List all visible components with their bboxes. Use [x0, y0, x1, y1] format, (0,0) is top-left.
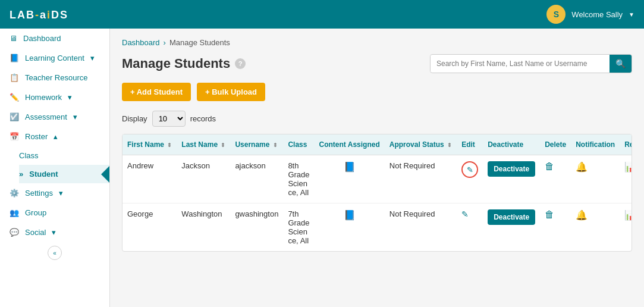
- cell-first-name: Andrew: [122, 155, 177, 203]
- col-class: Class: [283, 134, 314, 155]
- sidebar-item-roster[interactable]: 📅 Roster ▴: [0, 127, 109, 146]
- cell-first-name: George: [122, 203, 177, 252]
- chevron-up-icon-roster: ▴: [54, 132, 58, 141]
- cell-edit[interactable]: ✎: [457, 155, 483, 203]
- cell-delete[interactable]: 🗑: [540, 155, 571, 203]
- sidebar-item-student[interactable]: » Student: [19, 165, 109, 183]
- main-content: Dashboard › Manage Students Manage Stude…: [110, 29, 644, 307]
- bulk-upload-button[interactable]: + Bulk Upload: [197, 83, 265, 101]
- cell-notification[interactable]: 🔔: [571, 203, 620, 252]
- action-buttons: + Add Student + Bulk Upload: [122, 83, 632, 101]
- pencil-icon: ✏️: [10, 93, 19, 102]
- col-username: Username ⇕: [230, 134, 283, 155]
- sidebar-item-dashboard[interactable]: 🖥 Dashboard: [0, 29, 109, 48]
- sidebar-label-settings: Settings: [25, 189, 53, 198]
- page-title-row: Manage Students ? 🔍: [122, 54, 632, 73]
- cell-report[interactable]: 📊: [620, 155, 632, 203]
- cell-approval: Not Required: [385, 155, 457, 203]
- col-delete: Delete: [540, 134, 571, 155]
- page-title: Manage Students ?: [122, 56, 246, 71]
- gear-icon: ⚙️: [10, 189, 19, 198]
- avatar: S: [546, 5, 566, 24]
- cell-class: 7th Grade Scien ce, All: [283, 203, 314, 252]
- collapse-sidebar-button[interactable]: «: [48, 246, 62, 260]
- search-input[interactable]: [431, 55, 610, 72]
- chart-icon[interactable]: 📊: [624, 210, 632, 220]
- cell-report[interactable]: 📊: [620, 203, 632, 252]
- chart-icon[interactable]: 📊: [624, 162, 632, 172]
- col-approval-status: Approval Status ⇕: [385, 134, 457, 155]
- cell-deactivate[interactable]: Deactivate: [483, 155, 540, 203]
- edit-button[interactable]: ✎: [461, 209, 469, 219]
- chevron-down-icon: ▾: [90, 54, 95, 62]
- header-right: S Welcome Sally ▼: [546, 5, 634, 24]
- cell-deactivate[interactable]: Deactivate: [483, 203, 540, 252]
- add-student-button[interactable]: + Add Student: [122, 83, 191, 101]
- sidebar-label-homework: Homework: [25, 93, 62, 102]
- students-table-container: First Name ⇕ Last Name ⇕ Username ⇕ Clas…: [122, 134, 632, 252]
- col-first-name: First Name ⇕: [122, 134, 177, 155]
- cell-approval: Not Required: [385, 203, 457, 252]
- sidebar-label-roster: Roster: [25, 132, 48, 141]
- chevron-down-icon-assessment: ▾: [73, 112, 77, 121]
- logo: LAB-aiDS: [10, 8, 68, 21]
- sidebar-item-social[interactable]: 💬 Social ▾: [0, 223, 109, 242]
- edit-button-highlighted[interactable]: ✎: [461, 161, 478, 178]
- cell-username: gwashington: [230, 203, 283, 252]
- bell-icon[interactable]: 🔔: [576, 210, 588, 220]
- sidebar-label-assessment: Assessment: [25, 112, 67, 121]
- col-edit: Edit: [457, 134, 483, 155]
- bell-icon[interactable]: 🔔: [576, 162, 588, 172]
- students-table: First Name ⇕ Last Name ⇕ Username ⇕ Clas…: [122, 134, 632, 251]
- check-icon: ☑️: [10, 112, 19, 121]
- search-box: 🔍: [430, 54, 632, 73]
- user-dropdown-arrow[interactable]: ▼: [629, 11, 634, 18]
- delete-icon[interactable]: 🗑: [545, 209, 554, 220]
- group-icon: 👥: [10, 208, 19, 217]
- deactivate-button[interactable]: Deactivate: [488, 209, 535, 225]
- cell-notification[interactable]: 🔔: [571, 155, 620, 203]
- chevron-down-icon-settings: ▾: [59, 189, 63, 198]
- help-icon[interactable]: ?: [235, 58, 246, 69]
- table-header-row: First Name ⇕ Last Name ⇕ Username ⇕ Clas…: [122, 134, 632, 155]
- col-content-assigned: Content Assigned: [315, 134, 385, 155]
- sidebar-item-class[interactable]: Class: [19, 146, 109, 165]
- table-row: Andrew Jackson ajackson 8th Grade Scien …: [122, 155, 632, 203]
- roster-submenu: Class » Student: [0, 146, 109, 183]
- sidebar-item-learning-content[interactable]: 📘 Learning Content ▾: [0, 48, 109, 68]
- welcome-text: Welcome Sally: [571, 10, 623, 19]
- chat-icon: 💬: [10, 228, 19, 237]
- deactivate-button[interactable]: Deactivate: [488, 161, 535, 177]
- sidebar-label-social: Social: [25, 228, 46, 237]
- chevron-down-icon-homework: ▾: [68, 93, 72, 102]
- cell-username: ajackson: [230, 155, 283, 203]
- col-report: Report: [620, 134, 632, 155]
- sidebar-item-settings[interactable]: ⚙️ Settings ▾: [0, 183, 109, 203]
- cell-content: 📘: [315, 155, 385, 203]
- sidebar-item-teacher-resource[interactable]: 📋 Teacher Resource: [0, 68, 109, 87]
- display-select[interactable]: 5 10 25 50 100: [152, 111, 186, 127]
- sidebar-label-group: Group: [25, 208, 46, 217]
- sidebar-item-homework[interactable]: ✏️ Homework ▾: [0, 87, 109, 107]
- records-label: records: [190, 114, 216, 123]
- sidebar-item-assessment[interactable]: ☑️ Assessment ▾: [0, 107, 109, 127]
- delete-icon[interactable]: 🗑: [545, 161, 554, 171]
- app-header: LAB-aiDS S Welcome Sally ▼: [0, 0, 644, 29]
- breadcrumb: Dashboard › Manage Students: [122, 38, 632, 47]
- col-deactivate: Deactivate: [483, 134, 540, 155]
- breadcrumb-current: Manage Students: [169, 38, 230, 47]
- col-notification: Notification: [571, 134, 620, 155]
- breadcrumb-parent[interactable]: Dashboard: [122, 38, 160, 47]
- cell-last-name: Washington: [177, 203, 230, 252]
- cell-content: 📘: [315, 203, 385, 252]
- book-icon: 📘: [10, 54, 19, 62]
- sidebar-item-group[interactable]: 👥 Group: [0, 203, 109, 223]
- calendar-icon: 📅: [10, 132, 19, 141]
- cell-delete[interactable]: 🗑: [540, 203, 571, 252]
- search-button[interactable]: 🔍: [610, 55, 632, 73]
- sidebar-label-student: Student: [29, 170, 58, 178]
- sidebar-collapse-area: «: [0, 242, 109, 264]
- monitor-icon: 🖥: [10, 34, 17, 43]
- cell-class: 8th Grade Scien ce, All: [283, 155, 314, 203]
- cell-edit[interactable]: ✎: [457, 203, 483, 252]
